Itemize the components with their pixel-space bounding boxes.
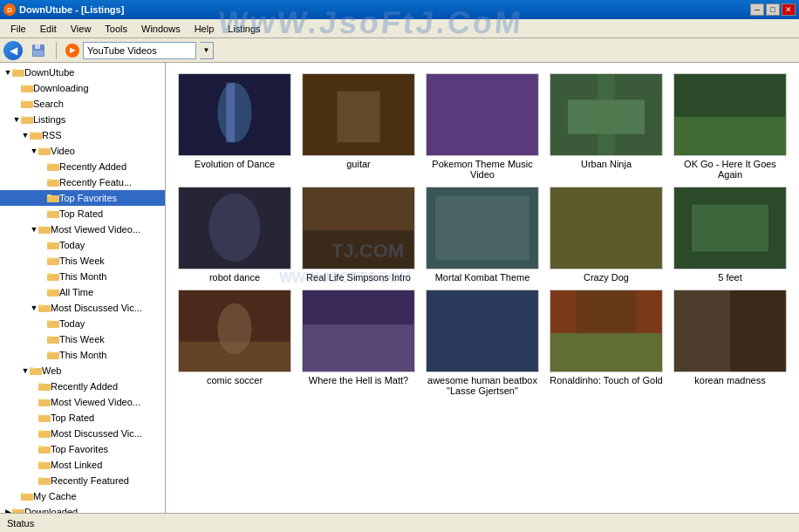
list-item[interactable]: Ronaldinho: Touch of Gold xyxy=(548,290,665,396)
svg-rect-9 xyxy=(21,100,25,102)
sidebar-item-rss[interactable]: ▼ RSS xyxy=(0,127,165,143)
sidebar-label-top-favorites: Top Favorites xyxy=(59,193,117,203)
sidebar-item-web-most-linked[interactable]: Most Linked xyxy=(0,457,165,473)
sidebar-label-recently-added: Recently Added xyxy=(59,161,126,172)
sidebar-item-most-viewed[interactable]: ▼ Most Viewed Video... xyxy=(0,222,165,237)
list-item[interactable]: robot dance xyxy=(176,187,293,283)
toolbar-separator xyxy=(56,42,57,59)
list-item[interactable]: korean madness xyxy=(672,290,789,396)
menu-listings[interactable]: Listings xyxy=(221,22,267,36)
sidebar-item-top-rated[interactable]: Top Rated xyxy=(0,206,165,222)
folder-icon xyxy=(47,334,59,344)
main-layout: ▼ DownUtube Downloading Searc xyxy=(0,63,799,513)
video-title: korean madness xyxy=(694,375,765,385)
thumb-art xyxy=(303,188,414,269)
list-item[interactable]: 5 feet xyxy=(672,187,789,283)
list-item[interactable]: guitar xyxy=(300,73,417,180)
sidebar-item-today-md[interactable]: Today xyxy=(0,316,165,331)
video-thumbnail xyxy=(550,73,663,156)
menu-bar: File Edit View Tools Windows Help Listin… xyxy=(0,19,799,38)
svg-rect-43 xyxy=(30,367,34,369)
sidebar-item-today-mv[interactable]: Today xyxy=(0,237,165,253)
list-item[interactable]: comic soccer xyxy=(176,290,293,396)
address-input[interactable]: YouTube Videos xyxy=(83,42,196,59)
sidebar-label-downutube: DownUtube xyxy=(24,67,74,78)
folder-icon xyxy=(30,365,42,376)
sidebar-item-recently-featured[interactable]: Recently Featu... xyxy=(0,174,165,190)
folder-icon xyxy=(47,287,59,297)
sidebar-item-listings[interactable]: ▼ Listings xyxy=(0,112,165,127)
back-button[interactable]: ◀ xyxy=(3,41,23,60)
list-item[interactable]: Real Life Simpsons Intro xyxy=(300,187,417,283)
sidebar-item-recently-added[interactable]: Recently Added xyxy=(0,159,165,174)
video-title: 5 feet xyxy=(718,272,742,283)
video-thumbnail xyxy=(178,290,291,372)
svg-rect-2 xyxy=(33,51,44,56)
folder-icon xyxy=(47,271,59,282)
sidebar-item-all-time-mv[interactable]: All Time xyxy=(0,284,165,300)
list-item[interactable]: Pokemon Theme Music Video xyxy=(424,73,541,180)
svg-rect-30 xyxy=(47,274,59,281)
sidebar-item-web-most-discussed[interactable]: Most Discussed Vic... xyxy=(0,426,165,441)
menu-file[interactable]: File xyxy=(3,22,33,36)
video-thumbnail xyxy=(550,290,663,372)
video-title: Ronaldinho: Touch of Gold xyxy=(550,375,662,385)
sidebar-item-web-recently-featured[interactable]: Recently Featured xyxy=(0,473,165,488)
sidebar-item-web-top-rated[interactable]: Top Rated xyxy=(0,410,165,426)
svg-rect-46 xyxy=(38,399,51,406)
sidebar-item-downloading[interactable]: Downloading xyxy=(0,80,165,96)
sidebar-item-my-cache[interactable]: My Cache xyxy=(0,488,165,504)
svg-rect-55 xyxy=(38,461,43,463)
sidebar-item-video[interactable]: ▼ Video xyxy=(0,143,165,159)
list-item[interactable]: Evolution of Dance xyxy=(176,73,293,180)
sidebar-item-this-week-md[interactable]: This Week xyxy=(0,331,165,347)
sidebar-item-web-top-favorites[interactable]: Top Favorites xyxy=(0,441,165,457)
svg-rect-25 xyxy=(38,226,43,228)
list-item[interactable]: Urban Ninja xyxy=(548,73,665,180)
list-item[interactable]: Where the Hell is Matt? xyxy=(300,290,417,396)
thumb-art xyxy=(550,188,662,269)
sidebar-label-most-viewed: Most Viewed Video... xyxy=(51,224,140,235)
list-item[interactable]: Mortal Kombat Theme xyxy=(424,187,541,283)
sidebar-item-web-recently-added[interactable]: Recently Added xyxy=(0,379,165,394)
thumb-art xyxy=(674,290,786,372)
expand-icon: ▼ xyxy=(21,366,30,375)
sidebar-item-this-week-mv[interactable]: This Week xyxy=(0,253,165,269)
sidebar-item-this-month-md[interactable]: This Month xyxy=(0,347,165,363)
list-item[interactable]: Crazy Dog xyxy=(548,187,665,283)
svg-rect-81 xyxy=(303,188,413,230)
svg-rect-53 xyxy=(38,446,43,447)
sidebar-item-web[interactable]: ▼ Web xyxy=(0,363,165,379)
svg-point-79 xyxy=(209,194,261,262)
svg-rect-85 xyxy=(550,188,661,269)
folder-icon xyxy=(21,114,33,125)
close-button[interactable]: ✕ xyxy=(782,3,796,16)
svg-rect-11 xyxy=(21,116,25,118)
sidebar-item-most-discussed[interactable]: ▼ Most Discussed Vic... xyxy=(0,300,165,316)
sidebar-item-this-month-mv[interactable]: This Month xyxy=(0,269,165,284)
maximize-button[interactable]: □ xyxy=(766,3,780,16)
menu-help[interactable]: Help xyxy=(188,22,222,36)
menu-view[interactable]: View xyxy=(64,22,99,36)
svg-rect-98 xyxy=(550,333,661,372)
list-item[interactable]: awesome human beatbox "Lasse Gjertsen" xyxy=(424,290,541,396)
sidebar-label-downloaded: Downloaded xyxy=(24,507,78,513)
sidebar-item-downutube[interactable]: ▼ DownUtube xyxy=(0,65,165,80)
svg-rect-15 xyxy=(38,147,43,149)
address-dropdown[interactable]: ▼ xyxy=(200,42,214,59)
menu-tools[interactable]: Tools xyxy=(98,22,134,36)
sidebar-label-web-top-rated: Top Rated xyxy=(51,413,94,423)
sidebar-item-web-most-viewed[interactable]: Most Viewed Video... xyxy=(0,394,165,410)
sidebar-item-downloaded[interactable]: ▶ Downloaded xyxy=(0,504,165,513)
save-button[interactable] xyxy=(26,40,51,61)
video-thumbnail xyxy=(302,187,415,269)
sidebar-item-top-favorites[interactable]: Top Favorites xyxy=(0,190,165,206)
menu-windows[interactable]: Windows xyxy=(134,22,188,36)
menu-edit[interactable]: Edit xyxy=(33,22,64,36)
folder-icon xyxy=(47,208,59,219)
minimize-button[interactable]: ─ xyxy=(750,3,764,16)
list-item[interactable]: OK Go - Here It Goes Again xyxy=(672,73,789,180)
folder-icon xyxy=(21,83,33,93)
sidebar-item-search[interactable]: Search xyxy=(0,96,165,112)
folder-icon xyxy=(47,177,59,188)
